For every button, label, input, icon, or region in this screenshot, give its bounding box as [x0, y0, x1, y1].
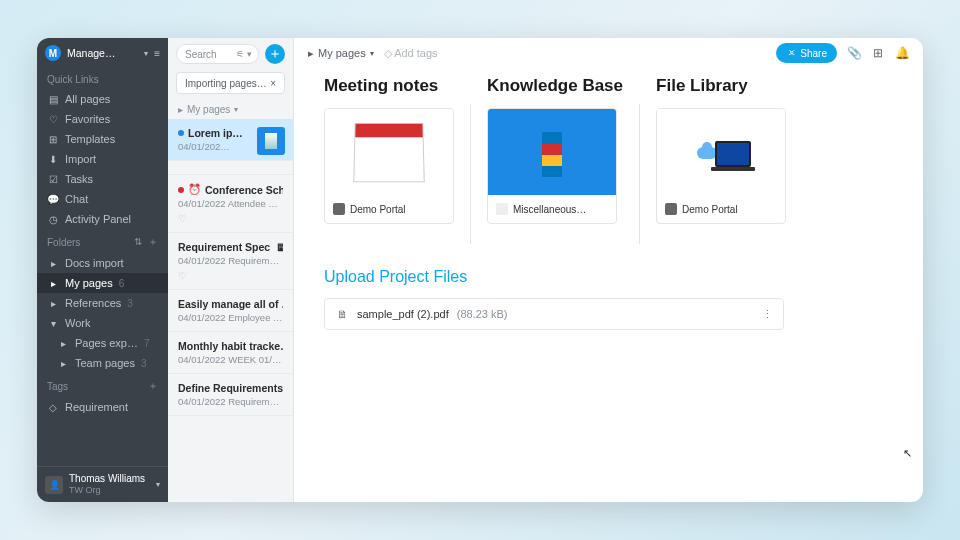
- add-page-button[interactable]: ＋: [265, 44, 285, 64]
- user-name: Thomas Williams: [69, 473, 145, 485]
- workspace-name: Manage…: [67, 47, 138, 59]
- folder-icon: ▸: [57, 358, 69, 369]
- chevron-down-icon: ▾: [144, 49, 148, 58]
- page-card[interactable]: Demo Portal: [324, 108, 454, 224]
- folder-team-pages[interactable]: ▸Team pages 3: [37, 353, 168, 373]
- file-name: sample_pdf (2).pdf: [357, 308, 449, 320]
- import-status-chip[interactable]: Importing pages… ×: [176, 72, 285, 94]
- column-file-library: File Library Demo Portal: [656, 76, 786, 244]
- add-tag-icon[interactable]: ＋: [148, 379, 158, 393]
- heart-icon: ♡: [47, 114, 59, 125]
- list-item[interactable]: ⏰Conference Sched… 04/01/2022 Attendee e…: [168, 175, 293, 233]
- page-thumbnail: [257, 127, 285, 155]
- alarm-icon: ⏰: [188, 183, 201, 196]
- list-item[interactable]: Monthly habit tracke… 04/01/2022 WEEK 01…: [168, 332, 293, 374]
- folder-pages-exp[interactable]: ▸Pages exp… 7: [37, 333, 168, 353]
- avatar: 👤: [45, 476, 63, 494]
- nav-chat[interactable]: 💬Chat: [37, 189, 168, 209]
- list-item[interactable]: Lorem ip… 04/01/202…: [168, 119, 293, 161]
- nav-import[interactable]: ⬇Import: [37, 149, 168, 169]
- nav-all-pages[interactable]: ▤All pages: [37, 89, 168, 109]
- share-button[interactable]: ⪤Share: [776, 43, 837, 63]
- add-tags-button[interactable]: ◇ Add tags: [384, 47, 438, 60]
- file-size: (88.23 kB): [457, 308, 508, 320]
- filter-icon[interactable]: ⚟ ▾: [236, 49, 252, 59]
- upload-section-title: Upload Project Files: [324, 268, 893, 286]
- status-dot: [178, 187, 184, 193]
- chevron-down-icon: ▾: [156, 480, 160, 489]
- list-item[interactable]: Define Requirements 04/01/2022 Requireme…: [168, 374, 293, 416]
- chevron-down-icon: ▾: [234, 105, 238, 114]
- file-icon: 🗎: [335, 307, 349, 321]
- grid-icon: ⊞: [47, 134, 59, 145]
- chevron-down-icon: ▾: [370, 49, 374, 58]
- cards-row: Meeting notes Demo Portal Knowledge Base: [324, 76, 893, 244]
- doc-icon: 🗎: [276, 241, 283, 253]
- bell-icon[interactable]: 🔔: [895, 46, 909, 60]
- share-icon: ⪤: [786, 48, 796, 59]
- nav-activity[interactable]: ◷Activity Panel: [37, 209, 168, 229]
- quick-links-header: Quick Links: [37, 68, 168, 89]
- tag-requirement[interactable]: ◇Requirement: [37, 397, 168, 417]
- list-breadcrumb[interactable]: ▸My pages▾: [168, 100, 293, 119]
- folder-icon: ▸: [178, 104, 183, 115]
- user-menu[interactable]: 👤 Thomas Williams TW Org ▾: [37, 466, 168, 502]
- workspace-avatar: M: [45, 45, 61, 61]
- folders-header: Folders ⇅＋: [37, 229, 168, 253]
- column-meeting-notes: Meeting notes Demo Portal: [324, 76, 454, 244]
- folder-icon: ▸: [57, 338, 69, 349]
- folder-docs-import[interactable]: ▸Docs import: [37, 253, 168, 273]
- status-dot: [178, 130, 184, 136]
- breadcrumb[interactable]: ▸My pages▾: [308, 47, 374, 60]
- page-content: Meeting notes Demo Portal Knowledge Base: [294, 68, 923, 502]
- menu-icon[interactable]: ≡: [154, 48, 160, 59]
- tags-header: Tags ＋: [37, 373, 168, 397]
- sort-icon[interactable]: ⇅: [134, 236, 142, 247]
- main-panel: ▸My pages▾ ◇ Add tags ⪤Share 📎 ⊞ 🔔 Meeti…: [294, 38, 923, 502]
- column-divider: [470, 104, 471, 244]
- nav-templates[interactable]: ⊞Templates: [37, 129, 168, 149]
- page-list-panel: Search ⚟ ▾ ＋ Importing pages… × ▸My page…: [168, 38, 294, 502]
- add-folder-icon[interactable]: ＋: [148, 236, 158, 247]
- check-icon: ☑: [47, 174, 59, 185]
- card-thumbnail: [657, 109, 785, 195]
- folder-icon: ▸: [47, 298, 59, 309]
- search-input[interactable]: Search ⚟ ▾: [176, 44, 259, 64]
- page-card[interactable]: Demo Portal: [656, 108, 786, 224]
- workspace-switcher[interactable]: M Manage… ▾ ≡: [37, 38, 168, 68]
- folder-icon: ▸: [47, 278, 59, 289]
- folder-work[interactable]: ▾Work: [37, 313, 168, 333]
- card-thumbnail: [325, 109, 453, 195]
- download-icon: ⬇: [47, 154, 59, 165]
- topbar: ▸My pages▾ ◇ Add tags ⪤Share 📎 ⊞ 🔔: [294, 38, 923, 68]
- tag-icon: ◇: [47, 402, 59, 413]
- close-icon[interactable]: ×: [270, 78, 276, 89]
- page-icon: ▤: [47, 94, 59, 105]
- chat-icon: 💬: [47, 194, 59, 205]
- avatar: [665, 203, 677, 215]
- list-item[interactable]: Easily manage all of … 04/01/2022 Employ…: [168, 290, 293, 332]
- tag-icon: ◇: [384, 47, 392, 59]
- folder-icon: ▸: [308, 47, 314, 60]
- favorite-icon[interactable]: ♡: [178, 270, 283, 281]
- folder-my-pages[interactable]: ▸My pages 6: [37, 273, 168, 293]
- more-icon[interactable]: ⋮: [762, 308, 773, 321]
- avatar: [496, 203, 508, 215]
- sidebar: M Manage… ▾ ≡ Quick Links ▤All pages ♡Fa…: [37, 38, 168, 502]
- page-card[interactable]: Miscellaneous…: [487, 108, 617, 224]
- column-knowledge-base: Knowledge Base Miscellaneous…: [487, 76, 623, 244]
- file-attachment[interactable]: 🗎 sample_pdf (2).pdf (88.23 kB) ⋮: [324, 298, 784, 330]
- apps-icon[interactable]: ⊞: [871, 46, 885, 60]
- nav-tasks[interactable]: ☑Tasks: [37, 169, 168, 189]
- user-org: TW Org: [69, 485, 145, 496]
- clock-icon: ◷: [47, 214, 59, 225]
- folder-references[interactable]: ▸References 3: [37, 293, 168, 313]
- favorite-icon[interactable]: ♡: [178, 213, 283, 224]
- list-item[interactable]: Requirement Spec🗎 04/01/2022 Requireme… …: [168, 233, 293, 290]
- nav-favorites[interactable]: ♡Favorites: [37, 109, 168, 129]
- chevron-down-icon: ▾: [47, 318, 59, 329]
- attachment-icon[interactable]: 📎: [847, 46, 861, 60]
- folder-icon: ▸: [47, 258, 59, 269]
- avatar: [333, 203, 345, 215]
- column-divider: [639, 104, 640, 244]
